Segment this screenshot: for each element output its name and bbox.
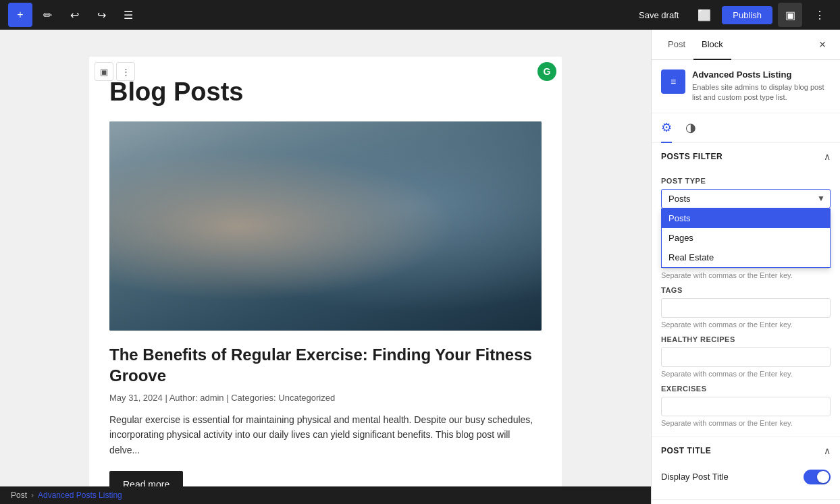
settings-tab-style[interactable]: ◑	[685, 113, 696, 143]
breadcrumb-separator: ›	[31, 491, 34, 500]
settings-tabs: ⚙ ◑	[652, 113, 840, 143]
tags-input[interactable]	[661, 298, 831, 318]
exercises-hint: Separate with commas or the Enter key.	[661, 419, 831, 427]
display-post-title-toggle[interactable]	[804, 470, 831, 484]
exercises-label: EXERCISES	[661, 385, 831, 393]
healthy-recipes-input[interactable]	[661, 347, 831, 367]
breadcrumb-post[interactable]: Post	[11, 491, 27, 500]
posts-filter-title: Posts Filter	[661, 152, 723, 161]
toolbar-left: + ✏ ↩ ↪ ☰	[8, 3, 628, 27]
editor-mode-button[interactable]: ▣	[778, 3, 802, 27]
healthy-recipes-label: HEALTHY RECIPES	[661, 335, 831, 343]
sidebar-tabs: Post Block ×	[652, 30, 840, 60]
post-title-section: Post Title ∧ Display Post Title	[652, 437, 840, 500]
post-title-section-label: Post Title	[661, 446, 711, 455]
tab-post[interactable]: Post	[660, 30, 693, 60]
block-transform-button[interactable]: ▣	[95, 62, 113, 81]
post-excerpt: Regular exercise is essential for mainta…	[109, 412, 542, 457]
preview-button[interactable]: ⬜	[692, 3, 716, 27]
pencil-button[interactable]: ✏	[35, 3, 59, 27]
block-wrapper: ▣ ⋮ G Blog Posts The Benefits of Regular…	[89, 57, 562, 504]
list-view-button[interactable]: ☰	[116, 3, 140, 27]
breadcrumb: Post › Advanced Posts Listing	[0, 486, 651, 504]
toolbar-right: Save draft ⬜ Publish ▣ ⋮	[631, 3, 832, 27]
display-post-title-label: Display Post Title	[661, 472, 729, 482]
post-content-section-header[interactable]: Post Content ∧	[652, 500, 840, 504]
page-title: Blog Posts	[109, 77, 542, 108]
save-draft-button[interactable]: Save draft	[631, 6, 687, 24]
plugin-icon: ≡	[661, 69, 685, 94]
option-posts[interactable]: Posts	[662, 208, 830, 228]
post-featured-image	[109, 121, 542, 331]
healthy-recipes-hint: Separate with commas or the Enter key.	[661, 370, 831, 378]
post-meta: May 31, 2024 | Author: admin | Categorie…	[109, 393, 542, 403]
grammarly-icon[interactable]: G	[537, 62, 556, 81]
post-title-chevron: ∧	[824, 445, 831, 456]
post-type-select[interactable]: Posts Pages Real Estate	[661, 189, 831, 208]
undo-button[interactable]: ↩	[62, 3, 86, 27]
more-options-button[interactable]: ⋮	[808, 3, 832, 27]
editor-content: ▣ ⋮ G Blog Posts The Benefits of Regular…	[89, 57, 562, 477]
tags-hint: Separate with commas or the Enter key.	[661, 320, 831, 329]
tab-block[interactable]: Block	[693, 30, 731, 60]
editor-area: ▣ ⋮ G Blog Posts The Benefits of Regular…	[0, 30, 651, 504]
main-layout: ▣ ⋮ G Blog Posts The Benefits of Regular…	[0, 30, 840, 504]
posts-filter-section: Posts Filter ∧ POST TYPE Posts Pages Rea…	[652, 143, 840, 437]
post-title-section-body: Display Post Title	[652, 464, 840, 499]
posts-filter-body: POST TYPE Posts Pages Real Estate ▼ Post…	[652, 177, 840, 437]
post-type-label: POST TYPE	[661, 177, 831, 185]
option-real-estate[interactable]: Real Estate	[662, 248, 830, 267]
block-options-button[interactable]: ⋮	[116, 62, 135, 81]
post-type-dropdown-wrapper: Posts Pages Real Estate ▼ Posts Pages Re…	[661, 189, 831, 208]
settings-tab-gear[interactable]: ⚙	[661, 113, 672, 143]
breadcrumb-current[interactable]: Advanced Posts Listing	[38, 491, 122, 500]
add-block-button[interactable]: +	[8, 3, 32, 27]
exercises-input[interactable]	[661, 397, 831, 416]
plugin-title: Advanced Posts Listing	[692, 69, 831, 80]
toggle-knob	[817, 471, 829, 483]
posts-filter-header[interactable]: Posts Filter ∧	[652, 143, 840, 170]
redo-button[interactable]: ↪	[89, 3, 113, 27]
block-controls: ▣ ⋮	[95, 62, 135, 81]
post-type-options: Posts Pages Real Estate	[661, 208, 831, 268]
display-post-title-row: Display Post Title	[661, 464, 831, 490]
image-figure	[109, 121, 542, 331]
publish-button[interactable]: Publish	[722, 6, 772, 24]
post-content-section: Post Content ∧ Display Post content	[652, 500, 840, 504]
sidebar: Post Block × ≡ Advanced Posts Listing En…	[651, 30, 840, 504]
sidebar-close-button[interactable]: ×	[813, 35, 832, 54]
tags-label: TAGS	[661, 286, 831, 294]
toolbar: + ✏ ↩ ↪ ☰ Save draft ⬜ Publish ▣ ⋮	[0, 0, 840, 30]
posts-filter-chevron: ∧	[824, 151, 831, 162]
plugin-info: ≡ Advanced Posts Listing Enables site ad…	[652, 60, 840, 113]
post-title: The Benefits of Regular Exercise: Findin…	[109, 344, 542, 386]
plugin-details: Advanced Posts Listing Enables site admi…	[692, 69, 831, 103]
post-title-section-header[interactable]: Post Title ∧	[652, 437, 840, 464]
plugin-desc: Enables site admins to display blog post…	[692, 82, 831, 103]
option-pages[interactable]: Pages	[662, 228, 830, 248]
categories-hint: Separate with commas or the Enter key.	[661, 271, 831, 279]
